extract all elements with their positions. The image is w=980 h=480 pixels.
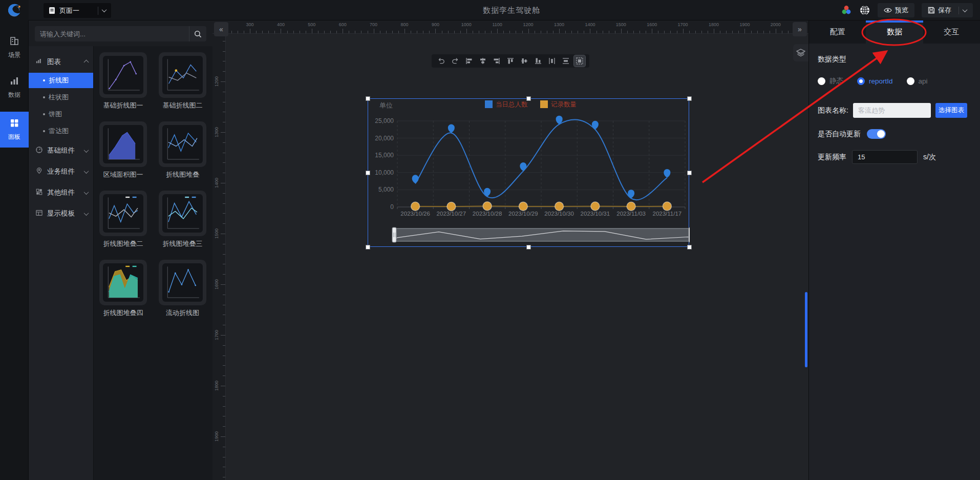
search-input[interactable] <box>35 30 189 38</box>
component-thumbnail-折线图堆叠四[interactable]: 折线图堆叠四 <box>99 260 147 318</box>
selection-handle[interactable] <box>366 171 370 175</box>
align-center-h-icon[interactable] <box>477 55 488 67</box>
canvas-scrollbar-thumb[interactable] <box>805 292 807 367</box>
category-item-折线图[interactable]: 折线图 <box>29 73 93 88</box>
selection-handle[interactable] <box>526 245 531 249</box>
radio-api[interactable]: api <box>907 77 928 85</box>
radio-circle <box>857 77 865 85</box>
rail-item-data[interactable]: 数据 <box>0 72 29 103</box>
save-menu-chevron-icon[interactable] <box>963 7 968 12</box>
building-icon <box>9 36 19 48</box>
group-icon[interactable] <box>574 55 585 67</box>
distribute-v-icon[interactable] <box>560 55 571 67</box>
category-其他组件[interactable]: 其他组件 <box>29 183 93 202</box>
thumbnail-preview-line-duo <box>162 56 203 94</box>
layers-icon <box>796 49 805 57</box>
selection-handle[interactable] <box>687 245 692 249</box>
category-item-label: 饼图 <box>49 110 62 119</box>
category-基础组件[interactable]: 基础组件 <box>29 141 93 160</box>
thumbnail-label: 基础折线图一 <box>99 101 147 110</box>
thumbnail-preview-area-blue <box>103 125 143 163</box>
thumbnail-card <box>159 52 206 98</box>
collapse-left-panel-button[interactable]: « <box>214 22 228 36</box>
preview-button[interactable]: 预览 <box>878 3 914 17</box>
radio-reportId[interactable]: reportId <box>857 77 893 85</box>
auto-update-toggle[interactable] <box>867 129 886 139</box>
rail-item-panel[interactable]: 面板 <box>0 112 29 148</box>
chevron-up-icon <box>84 59 89 65</box>
tab-数据[interactable]: 数据 <box>866 20 923 44</box>
category-item-柱状图[interactable]: 柱状图 <box>29 90 93 105</box>
category-label: 显示模板 <box>47 209 80 218</box>
bullet <box>43 96 45 98</box>
category-item-label: 折线图 <box>49 76 69 85</box>
svg-text:25,000: 25,000 <box>375 117 394 124</box>
rail-item-label: 场景 <box>8 51 20 59</box>
layers-button[interactable] <box>793 44 808 61</box>
divider <box>98 7 98 15</box>
radio-静态[interactable]: 静态 <box>818 76 843 86</box>
tab-交互[interactable]: 交互 <box>923 20 980 44</box>
left-nav-rail: 场景数据面板 <box>0 20 29 480</box>
svg-text:20,000: 20,000 <box>375 135 394 142</box>
align-top-icon[interactable] <box>505 55 516 67</box>
category-业务组件[interactable]: 业务组件 <box>29 162 93 181</box>
category-图表[interactable]: 图表 <box>29 53 93 71</box>
divider <box>958 7 959 14</box>
rail-item-scene[interactable]: 场景 <box>0 32 29 64</box>
radio-label: 静态 <box>829 76 843 86</box>
data-chart-icon <box>9 76 19 88</box>
chart-name-input[interactable] <box>853 103 931 118</box>
chevron-down-icon <box>84 190 89 195</box>
globe-icon[interactable] <box>859 5 870 16</box>
tab-配置[interactable]: 配置 <box>809 20 866 44</box>
select-chart-button[interactable]: 选择图表 <box>935 103 967 118</box>
component-thumbnail-折线图堆叠三[interactable]: 折线图堆叠三 <box>159 191 206 248</box>
component-thumbnail-基础折线图二[interactable]: 基础折线图二 <box>159 52 206 110</box>
thumbnail-preview-lines-stack2 <box>103 194 143 233</box>
undo-icon[interactable] <box>436 55 447 67</box>
category-item-饼图[interactable]: 饼图 <box>29 107 93 122</box>
align-left-icon[interactable] <box>463 55 475 67</box>
component-thumbnail-折线图堆叠二[interactable]: 折线图堆叠二 <box>99 191 147 248</box>
redo-icon[interactable] <box>450 55 461 67</box>
page-selector[interactable]: 页面一 <box>44 3 111 18</box>
category-label: 基础组件 <box>47 146 80 155</box>
pin-icon <box>35 167 43 176</box>
selection-handle[interactable] <box>687 96 692 101</box>
distribute-h-icon[interactable] <box>546 55 558 67</box>
component-thumbnail-区域面积图一[interactable]: 区域面积图一 <box>99 121 147 179</box>
save-button[interactable]: 保存 <box>922 3 973 17</box>
selection-handle[interactable] <box>366 245 370 249</box>
app-logo[interactable] <box>0 0 29 20</box>
data-type-label: 数据类型 <box>818 55 972 64</box>
thumbnail-preview-lines-stack3 <box>162 194 203 233</box>
align-right-icon[interactable] <box>491 55 502 67</box>
selection-handle[interactable] <box>366 96 370 101</box>
thumbnail-preview-area-stack <box>103 263 143 302</box>
search-button[interactable] <box>189 26 206 41</box>
selected-line-chart-widget[interactable]: 05,00010,00015,00020,00025,0002023/10/26… <box>368 98 689 247</box>
align-bottom-icon[interactable] <box>532 55 544 67</box>
selection-handle[interactable] <box>526 96 531 101</box>
thumbnail-preview-line-flow <box>162 263 203 302</box>
bullet <box>43 130 45 132</box>
radio-label: reportId <box>869 77 893 85</box>
svg-text:当日总人数: 当日总人数 <box>496 101 528 108</box>
palette-icon[interactable] <box>841 5 852 16</box>
component-thumbnail-折线图堆叠[interactable]: 折线图堆叠 <box>159 121 206 179</box>
chevron-down-icon[interactable] <box>102 7 107 12</box>
component-thumbnail-流动折线图[interactable]: 流动折线图 <box>159 260 206 318</box>
category-item-雷达图[interactable]: 雷达图 <box>29 123 93 139</box>
align-middle-icon[interactable] <box>519 55 530 67</box>
search-bar <box>35 26 206 41</box>
selection-handle[interactable] <box>687 171 692 175</box>
logo-icon <box>6 3 23 18</box>
category-显示模板[interactable]: 显示模板 <box>29 204 93 223</box>
frequency-unit-label: s/次 <box>923 153 936 162</box>
design-canvas[interactable]: 3004005006007008009001000110012001300140… <box>212 20 808 480</box>
svg-text:2023/10/27: 2023/10/27 <box>437 211 466 217</box>
component-thumbnail-基础折线图一[interactable]: 基础折线图一 <box>99 52 147 110</box>
collapse-right-panel-button[interactable]: » <box>793 22 807 36</box>
update-frequency-input[interactable] <box>852 150 918 164</box>
